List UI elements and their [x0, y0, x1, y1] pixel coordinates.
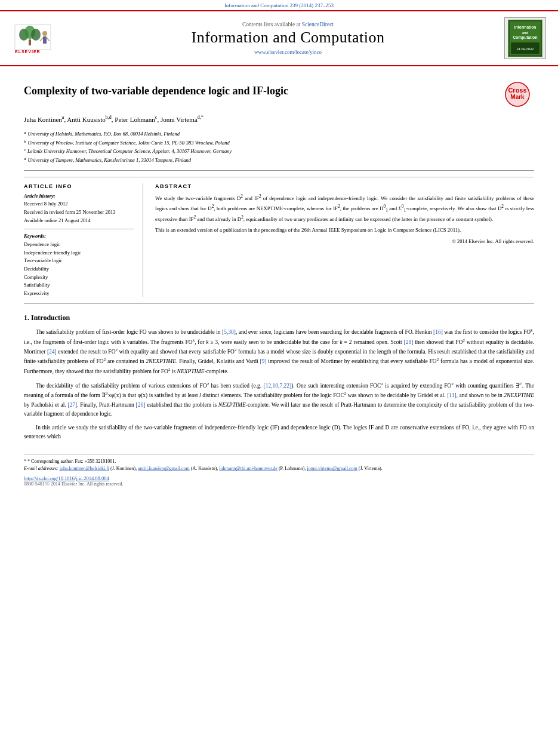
affiliations: a University of Helsinki, Mathematics, P…: [24, 130, 534, 164]
email-link-4[interactable]: jonni.virtema@gmail.com: [307, 466, 357, 471]
email-link-3[interactable]: lohmann@thi.uni-hannover.de: [219, 466, 278, 471]
svg-text:Cross: Cross: [508, 87, 526, 94]
journal-title-area: Contents lists available at ScienceDirec…: [78, 21, 498, 55]
svg-point-5: [42, 31, 47, 36]
revised-date: Received in revised form 25 November 201…: [24, 208, 134, 216]
crossmark-logo: Cross Mark: [504, 81, 534, 109]
article-info-header: ARTICLE INFO: [24, 183, 134, 189]
keywords-label: Keywords:: [24, 233, 134, 239]
paper-title: Complexity of two-variable dependence lo…: [24, 84, 498, 98]
doi-anchor[interactable]: http://dx.doi.org/10.1016/j.ic.2014.08.0…: [24, 475, 109, 481]
journal-name: Information and Computation: [78, 29, 498, 47]
affiliation-a: a University of Helsinki, Mathematics, P…: [24, 130, 534, 138]
svg-rect-6: [43, 36, 47, 44]
svg-rect-4: [29, 39, 31, 45]
journal-citation: Information and Computation 239 (2014) 2…: [224, 2, 334, 8]
svg-text:Mark: Mark: [510, 94, 525, 100]
email-label: E-mail addresses:: [24, 466, 58, 471]
abstract-paragraph-2: This is an extended version of a publica…: [155, 226, 534, 235]
author4-name: Jonni Virtema: [161, 116, 198, 123]
star-symbol: *: [24, 459, 26, 464]
abstract-text: We study the two-variable fragments D2 a…: [155, 193, 534, 245]
svg-text:Information: Information: [514, 25, 537, 29]
sciencedirect-label: Contents lists available at ScienceDirec…: [78, 21, 498, 27]
abstract-paragraph-1: We study the two-variable fragments D2 a…: [155, 193, 534, 223]
keyword-6: Satisfiability: [24, 281, 134, 290]
author2-name: Antti Kuusisto: [67, 116, 105, 123]
section-1-number: 1.: [24, 314, 29, 322]
abstract-panel: ABSTRACT We study the two-variable fragm…: [155, 183, 534, 297]
main-content: Complexity of two-variable dependence lo…: [0, 66, 558, 499]
journal-banner: Information and Computation 239 (2014) 2…: [0, 0, 558, 11]
authors-line: Juha Kontinena, Antti Kuusistob,d, Peter…: [24, 114, 534, 125]
section-1-title: Introduction: [31, 314, 70, 322]
svg-text:ELSEVIER: ELSEVIER: [15, 50, 41, 54]
available-date: Available online 21 August 2014: [24, 217, 134, 225]
keyword-7: Expressivity: [24, 290, 134, 298]
body-paragraph-1: The satisfiability problem of first-orde…: [24, 327, 534, 376]
affiliation-c: c Leibniz University Hannover, Theoretic…: [24, 147, 534, 155]
doi-link: http://dx.doi.org/10.1016/j.ic.2014.08.0…: [24, 475, 534, 481]
email-link-1[interactable]: juha.kontinen@helsinki.fi: [60, 466, 109, 471]
copyright-notice: © 2014 Elsevier Inc. All rights reserved…: [155, 238, 534, 245]
corresponding-author-note: * * Corresponding author. Fax: +358 3219…: [24, 458, 534, 466]
email-link-2[interactable]: anttij.kuusisto@gmail.com: [138, 466, 189, 471]
section-1-heading: 1. Introduction: [24, 314, 534, 322]
received-date: Received 8 July 2012: [24, 200, 134, 208]
email-note: E-mail addresses: juha.kontinen@helsinki…: [24, 465, 534, 473]
divider-1: [24, 170, 534, 171]
keyword-5: Complexity: [24, 273, 134, 282]
keywords-section: Keywords: Dependence logic Independence-…: [24, 229, 134, 297]
body-paragraph-3: In this article we study the satisfiabil…: [24, 423, 534, 441]
article-info-panel: ARTICLE INFO Article history: Received 8…: [24, 183, 143, 297]
footer: * * Corresponding author. Fax: +358 3219…: [24, 454, 534, 491]
affiliation-b: b University of Wrocław, Institute of Co…: [24, 139, 534, 147]
journal-url: www.elsevier.com/locate/yinco: [78, 49, 498, 55]
keyword-2: Independence-friendly logic: [24, 249, 134, 257]
affiliation-d: d University of Tampere, Mathematics, Ka…: [24, 156, 534, 164]
author1-name: Juha Kontinen: [24, 116, 62, 123]
history-label: Article history:: [24, 193, 134, 199]
svg-point-3: [31, 29, 41, 41]
info-abstract-area: ARTICLE INFO Article history: Received 8…: [24, 177, 534, 304]
svg-text:Computation: Computation: [513, 35, 537, 40]
abstract-header: ABSTRACT: [155, 183, 534, 189]
sciencedirect-link[interactable]: ScienceDirect: [302, 21, 334, 27]
keyword-3: Two-variable logic: [24, 257, 134, 265]
svg-text:ELSEVIER: ELSEVIER: [517, 47, 534, 51]
keyword-4: Decidability: [24, 265, 134, 273]
body-paragraph-2: The decidability of the satisfiability p…: [24, 381, 534, 419]
journal-thumbnail: Information and Computation ELSEVIER: [504, 17, 546, 59]
issn-notice: 0890-5401/© 2014 Elsevier Inc. All right…: [24, 481, 534, 487]
elsevier-logo: ELSEVIER: [12, 21, 72, 56]
journal-header: ELSEVIER Contents lists available at Sci…: [0, 11, 558, 66]
svg-text:and: and: [522, 31, 529, 35]
author3-name: Peter Lohmann: [115, 116, 155, 123]
keyword-1: Dependence logic: [24, 241, 134, 249]
